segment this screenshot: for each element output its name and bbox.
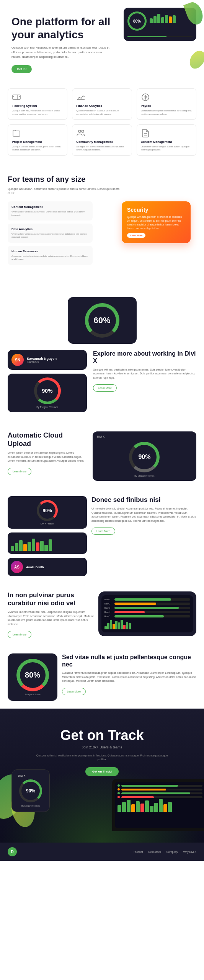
donec-profile-name: Annie Smith	[26, 565, 44, 569]
phone-bar-fill-5	[114, 615, 164, 617]
team-card-3-desc: Accumsan auctoris adipiscing dolor vehic…	[11, 255, 89, 261]
donec-gauge-label: Divi X Product	[41, 523, 54, 525]
laptop-bar-c-2	[121, 789, 202, 791]
phone-row-5: Row 5	[104, 615, 190, 617]
laptop-bar-f-1	[121, 785, 178, 787]
features-section: Ticketing System Quisque with nisl, vest…	[0, 81, 204, 163]
teams-title: For teams of any size	[8, 175, 196, 184]
l-bar-7	[145, 800, 149, 812]
laptop-bar-f-3	[121, 792, 190, 794]
footer-nav-resources[interactable]: Resources	[148, 851, 161, 853]
security-learn-more[interactable]: Learn More	[127, 233, 145, 238]
laptop-bar-c-4	[121, 796, 202, 798]
donec-bar-chart	[8, 532, 87, 554]
donec-inner: 90% Divi X Product	[8, 496, 196, 576]
donec-gauge-circle: 90%	[37, 500, 58, 521]
progress-bar-bg	[127, 36, 193, 37]
innon-learn-more-button[interactable]: Learn More	[8, 631, 31, 638]
document-icon	[141, 129, 150, 138]
donec-learn-more-button[interactable]: Learn More	[91, 528, 115, 535]
donec-bar-1	[11, 546, 14, 551]
explore-inner: SN Savannah Nguyen Starbucks 90% By Eleg…	[8, 350, 196, 412]
feature-card-content: Content Management Etiam non tamus congu…	[137, 124, 196, 156]
feature-card-ticketing: Ticketing System Quisque with nisl, vest…	[8, 88, 67, 120]
team-card-1-title: Content Management	[11, 205, 89, 209]
cloud-description: Lorem ipsum dolor sit consectetur adipis…	[8, 451, 86, 463]
avatar: SN	[11, 354, 24, 366]
hero-content: One platform for all your analytics Quis…	[11, 15, 111, 73]
phone-bar-fill-3	[114, 607, 179, 609]
sedvitae-content: Sed vitae nulla et justo pellentesque co…	[62, 653, 196, 695]
hero-cta-button[interactable]: Get in!	[11, 65, 32, 73]
getontrack-divi-gauge: 90%	[19, 779, 42, 802]
explore-widgets: SN Savannah Nguyen Starbucks 90% By Eleg…	[8, 350, 87, 412]
laptop-data-rows	[118, 784, 202, 798]
laptop-dot-4	[118, 796, 120, 798]
laptop-screen	[115, 782, 204, 828]
ticketing-desc: Quisque with nisl, vestibulum ante ipsum…	[12, 109, 63, 116]
donec-widgets: 90% Divi X Product	[8, 496, 87, 576]
payroll-desc: vestibulum ante ipsum consectetur adipis…	[141, 109, 192, 116]
footer-nav-whydiviX[interactable]: Why Divi X	[183, 851, 196, 853]
explore-learn-more-button[interactable]: Learn More	[93, 384, 117, 392]
laptop-row-2	[118, 788, 202, 791]
bar-3	[157, 14, 160, 23]
innon-title: In non pulvinar purus curabitur nisi odi…	[8, 591, 94, 607]
svg-point-3	[78, 130, 81, 132]
l-bar-5	[136, 801, 140, 812]
hero-description: Quisque with nisl, vestibulum ante ipsum…	[11, 46, 111, 59]
getontrack-divi-card: Divi X 90% By Elegant Themes	[11, 769, 50, 812]
phone-row-2: Row 2	[104, 603, 190, 605]
phone-bar-fill-2	[114, 603, 156, 605]
teams-description: Quisque accumsan, accumsan auctoris posu…	[8, 187, 121, 196]
profile-name: Savannah Nguyen	[27, 357, 57, 361]
l-bar-11	[163, 804, 167, 812]
laptop-mini-bar-chart	[118, 800, 202, 812]
footer-nav-product[interactable]: Product	[134, 851, 143, 853]
laptop-dot-1	[118, 784, 120, 787]
donec-bar-7	[36, 542, 39, 551]
teams-layout: Content Management Viverra dolor vehicul…	[8, 201, 196, 286]
security-description: Quisque with nisl. platform sit themes t…	[127, 215, 185, 230]
explore-big-gauge-card: 60%	[68, 297, 137, 344]
phone-bar-container-3	[114, 607, 190, 609]
divi-card: Divi X 90% By Elegant Themes	[93, 431, 196, 481]
bar-6	[169, 16, 172, 23]
donec-mini-gauge: 90% Divi X Product	[8, 496, 87, 529]
cloud-inner: Automatic Cloud Upload Lorem ipsum dolor…	[8, 431, 196, 481]
laptop-bar-c-3	[121, 792, 202, 794]
divi-label: Divi X	[97, 435, 104, 438]
laptop-row-3	[118, 792, 202, 794]
ticketing-title: Ticketing System	[12, 104, 63, 108]
hero-bar-chart	[150, 11, 176, 23]
folder-icon	[12, 129, 21, 138]
svg-point-4	[82, 130, 84, 132]
phone-row-1: Row 1	[104, 598, 190, 601]
hero-dashboard-mock: 80%	[124, 8, 196, 41]
sedvitae-learn-more-button[interactable]: Learn More	[62, 688, 86, 695]
innon-description: Vivamus id elementum nisi. nisi. Suspend…	[8, 610, 94, 626]
phone-bar-container-5	[114, 615, 190, 617]
footer: D Product Resources Company Why Divi X	[0, 843, 204, 861]
explore-gauge-circle: 90%	[34, 377, 61, 404]
donec-content: Donec sed finibus nisi Ut molestie dolor…	[91, 496, 196, 535]
dollar-icon	[141, 93, 150, 102]
l-bar-12	[168, 802, 172, 812]
mini-bar-3	[110, 620, 112, 629]
mini-bar-2	[107, 623, 109, 629]
project-title: Project Management	[12, 140, 63, 144]
laptop-dot-3	[118, 792, 120, 794]
donec-bar-2	[15, 543, 18, 551]
cloud-learn-more-button[interactable]: Learn More	[8, 468, 31, 475]
donec-profile-card: AS Annie Smith	[8, 558, 87, 576]
sedvitae-description: Curabitur fermentum malesuada proin aliq…	[62, 671, 196, 683]
getontrack-content: Get on Track Join 218k+ Users & teams Qu…	[8, 720, 196, 776]
finance-desc: Quisque with nisl in faucibus Lorem ipsu…	[76, 109, 127, 116]
getontrack-section: Divi X 90% By Elegant Themes	[0, 709, 204, 843]
phone-screen: Row 1 Row 2 Row 3	[101, 595, 193, 632]
getontrack-cta-button[interactable]: Get on Track!	[85, 767, 119, 776]
feature-card-community: Community Management As fugiat illo. Ser…	[72, 124, 132, 156]
laptop-bar-f-4	[121, 796, 154, 798]
innon-inner: In non pulvinar purus curabitur nisi odi…	[8, 591, 196, 638]
footer-nav-company[interactable]: Company	[166, 851, 178, 853]
